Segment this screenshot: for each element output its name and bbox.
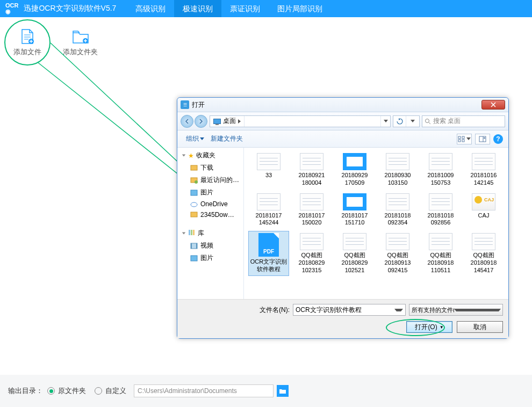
file-item[interactable]: QQ截图20180829102521 bbox=[334, 231, 375, 276]
svg-rect-31 bbox=[196, 243, 197, 249]
add-file-button[interactable]: 添加文件 bbox=[13, 28, 41, 57]
new-folder-button[interactable]: 新建文件夹 bbox=[207, 133, 246, 145]
location-dropdown[interactable] bbox=[380, 116, 390, 127]
bottom-bar: 输出目录： 原文件夹 自定义 bbox=[0, 375, 532, 407]
svg-rect-19 bbox=[484, 137, 485, 139]
file-item[interactable]: 33 bbox=[248, 151, 289, 189]
help-button[interactable]: ? bbox=[493, 134, 503, 144]
svg-rect-30 bbox=[191, 243, 192, 249]
desktop-icon bbox=[213, 119, 221, 124]
menu-ticket[interactable]: 票证识别 bbox=[221, 0, 269, 17]
radio-original-folder[interactable]: 原文件夹 bbox=[47, 386, 86, 396]
file-grid: 3320180921180004201809291705092018093010… bbox=[244, 148, 508, 299]
top-menu-bar: OCR◉ 迅捷OCR文字识别软件V5.7 高级识别 极速识别 票证识别 图片局部… bbox=[0, 0, 532, 17]
chevron-right-icon bbox=[238, 119, 241, 123]
menu-fast[interactable]: 极速识别 bbox=[174, 0, 221, 17]
filetype-select[interactable]: 所有支持的文件(*.pdf;*.png;*.j bbox=[409, 304, 503, 316]
open-file-dialog: ☰ 打开 桌面 搜索 桌面 组织 新建文件夹 ? bbox=[177, 97, 509, 339]
file-label: 20181018092354 bbox=[385, 212, 411, 227]
organize-button[interactable]: 组织 bbox=[183, 133, 207, 145]
file-item[interactable]: 20181018092856 bbox=[420, 191, 461, 229]
menu-advanced[interactable]: 高级识别 bbox=[127, 0, 174, 17]
svg-point-11 bbox=[426, 119, 429, 122]
output-path-input[interactable] bbox=[134, 384, 274, 397]
grid-icon bbox=[458, 136, 465, 142]
file-item[interactable]: 20181017151710 bbox=[334, 191, 375, 229]
ocr-logo-icon: OCR◉ bbox=[5, 3, 18, 14]
sidebar-pics2[interactable]: 图片 bbox=[177, 252, 243, 264]
search-input[interactable]: 搜索 桌面 bbox=[422, 115, 505, 127]
file-item[interactable]: QQ截图20180918110511 bbox=[420, 231, 461, 276]
file-label: QQ截图20180913092415 bbox=[385, 252, 411, 274]
nav-back-forward bbox=[181, 115, 207, 128]
radio-dot-off-icon bbox=[95, 387, 102, 395]
browse-folder-button[interactable] bbox=[277, 385, 289, 397]
sidebar-pictures[interactable]: 图片 bbox=[177, 186, 243, 199]
file-label: 33 bbox=[265, 172, 272, 179]
image-thumb-icon bbox=[300, 153, 323, 170]
file-item[interactable]: QQ截图20180918145417 bbox=[463, 231, 504, 276]
sidebar-favorites[interactable]: ★收藏夹 bbox=[177, 148, 243, 162]
toolbar: 添加文件 添加文件夹 bbox=[0, 17, 532, 68]
file-item[interactable]: 20180921180004 bbox=[291, 151, 332, 189]
svg-rect-27 bbox=[191, 230, 192, 235]
refresh-button[interactable] bbox=[393, 116, 406, 127]
file-item[interactable]: CAJCAJ bbox=[463, 191, 504, 229]
image-thumb-icon bbox=[343, 153, 366, 170]
add-folder-icon bbox=[71, 28, 90, 45]
svg-rect-17 bbox=[479, 136, 486, 142]
cancel-button[interactable]: 取消 bbox=[457, 321, 503, 333]
close-icon bbox=[491, 102, 496, 107]
dialog-close-button[interactable] bbox=[481, 100, 505, 110]
svg-line-12 bbox=[429, 122, 430, 124]
file-item[interactable]: 20180929170509 bbox=[334, 151, 375, 189]
refresh-dropdown[interactable] bbox=[406, 116, 419, 127]
file-item[interactable]: QQ截图20180913092415 bbox=[377, 231, 418, 276]
location-bar[interactable]: 桌面 bbox=[210, 115, 391, 127]
nav-back-button[interactable] bbox=[181, 115, 193, 128]
image-thumb-icon bbox=[386, 193, 409, 210]
menu-partial[interactable]: 图片局部识别 bbox=[269, 0, 331, 17]
library-icon bbox=[188, 229, 196, 237]
file-item[interactable]: 20181017150020 bbox=[291, 191, 332, 229]
file-item[interactable]: 20181009150753 bbox=[420, 151, 461, 189]
file-label: 20181017145244 bbox=[256, 212, 282, 227]
file-item[interactable]: 20181017145244 bbox=[248, 191, 289, 229]
view-mode-button[interactable] bbox=[457, 134, 472, 144]
image-thumb-icon bbox=[472, 153, 495, 170]
sidebar-recent[interactable]: 最近访问的… bbox=[177, 174, 243, 186]
svg-rect-32 bbox=[191, 256, 197, 261]
filename-input[interactable]: OCR文字识别软件教程 bbox=[293, 304, 406, 316]
sidebar-onedrive[interactable]: OneDrive bbox=[177, 199, 243, 209]
sidebar-libraries[interactable]: 库 bbox=[177, 226, 243, 239]
app-logo: OCR◉ bbox=[0, 3, 24, 14]
file-item[interactable]: 20181018092354 bbox=[377, 191, 418, 229]
file-item[interactable]: 20181016142145 bbox=[463, 151, 504, 189]
file-item[interactable]: QQ截图20180829102315 bbox=[291, 231, 332, 276]
dialog-toolbar: 组织 新建文件夹 ? bbox=[177, 130, 508, 148]
file-label: QQ截图20180829102315 bbox=[299, 252, 325, 274]
add-folder-label: 添加文件夹 bbox=[63, 47, 98, 57]
sidebar-2345[interactable]: 2345Dow… bbox=[177, 209, 243, 220]
image-thumb-icon bbox=[300, 193, 323, 210]
image-thumb-icon bbox=[300, 233, 323, 250]
radio-custom-folder[interactable]: 自定义 bbox=[95, 386, 126, 396]
add-folder-button[interactable]: 添加文件夹 bbox=[63, 28, 98, 57]
file-item[interactable]: PDFOCR文字识别软件教程 bbox=[248, 231, 289, 276]
filename-dropdown[interactable] bbox=[394, 309, 403, 311]
sidebar-downloads[interactable]: 下载 bbox=[177, 162, 243, 174]
video-icon bbox=[190, 243, 198, 249]
sidebar-videos[interactable]: 视频 bbox=[177, 239, 243, 252]
folder-open-icon bbox=[279, 388, 286, 394]
svg-rect-15 bbox=[458, 140, 461, 142]
dialog-titlebar: ☰ 打开 bbox=[177, 98, 508, 112]
image-thumb-icon bbox=[343, 193, 366, 210]
open-button[interactable]: 打开(O)▼ bbox=[406, 321, 452, 333]
preview-pane-button[interactable] bbox=[475, 134, 490, 144]
file-item[interactable]: 20180930103150 bbox=[377, 151, 418, 189]
svg-rect-16 bbox=[462, 140, 464, 142]
add-file-label: 添加文件 bbox=[13, 47, 41, 57]
file-label: QQ截图20180918110511 bbox=[428, 252, 454, 274]
nav-forward-button[interactable] bbox=[195, 115, 207, 128]
file-label: 20181009150753 bbox=[428, 172, 454, 187]
